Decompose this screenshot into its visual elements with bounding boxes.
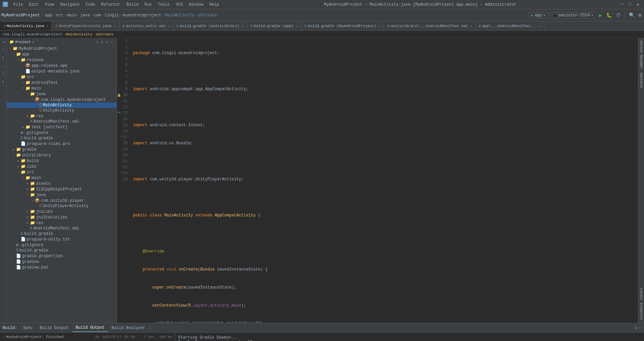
toolbar-path-src[interactable]: src	[56, 13, 63, 18]
tree-java-unity[interactable]: ▾ 📁 java	[7, 192, 117, 198]
tree-src-unity[interactable]: ▾ 📁 src	[7, 169, 117, 175]
tree-libs-unity[interactable]: ▶ 📁 libs	[7, 164, 117, 169]
toolbar-active-class[interactable]: MainActivity	[165, 13, 194, 18]
maximize-btn[interactable]: □	[627, 2, 633, 7]
tab-androidmanifest-unity-close[interactable]: ✕	[470, 24, 472, 28]
toolbar-path-com[interactable]: com	[94, 13, 101, 18]
tree-res-unity[interactable]: ▶ 📁 res	[7, 220, 117, 226]
toolbar-path-main[interactable]: main	[67, 13, 76, 18]
tab-sync[interactable]: Sync	[20, 324, 36, 332]
toolbar-path-lingli[interactable]: lingli	[105, 13, 119, 18]
tab-activity-unity-close[interactable]: ✕	[168, 24, 170, 28]
left-strip-favorites[interactable]: ★	[1, 63, 6, 69]
tab-build-analyzer-close[interactable]: ✕	[149, 327, 151, 330]
toolbar-path-myandroid[interactable]: myandroidproject	[123, 13, 161, 18]
tree-il2cpp-unity[interactable]: ▶ 📁 Il2CppOutputProject	[7, 186, 117, 192]
project-header-dropdown[interactable]: ▾	[32, 40, 34, 44]
toolbar-path-app[interactable]: app	[45, 13, 52, 18]
tab-build-gradle-unity[interactable]: G build.gradle (unityLibrary) ✕	[173, 22, 247, 30]
tree-jnistaticlibs-unity[interactable]: ▶ 📁 jniStaticLibs	[7, 214, 117, 220]
menu-navigate[interactable]: Navigate	[57, 2, 82, 8]
tree-output-metadata[interactable]: 📄 output-metadata.json	[7, 68, 117, 74]
tree-java-app[interactable]: ▾ 📁 java	[7, 91, 117, 97]
tab-build-gradle-unity-close[interactable]: ✕	[241, 24, 244, 28]
tab-build-gradle-app[interactable]: G build.gradle (app) ✕	[247, 22, 301, 30]
toolbar-active-method[interactable]: onCreate	[198, 13, 217, 18]
menu-view[interactable]: View	[42, 2, 57, 8]
tree-build-gradle-app-tree[interactable]: G build.gradle	[7, 136, 117, 141]
tree-androidmanifest-unity[interactable]: X AndroidManifest.xml	[7, 226, 117, 231]
tree-gitignore-root[interactable]: ⚙ .gitignore	[7, 242, 117, 248]
right-layout-inspector[interactable]: Layout Inspector	[639, 287, 644, 322]
left-strip-resource[interactable]: R	[1, 55, 6, 61]
tree-package-unity[interactable]: ▾ 📦 com.unity3d.player	[7, 198, 117, 203]
menu-window[interactable]: Window	[186, 2, 206, 8]
tree-main-app[interactable]: ▾ 📁 main	[7, 86, 117, 91]
tab-build-analyzer[interactable]: Build Analyzer ✕	[108, 324, 154, 332]
tree-proguard-unity[interactable]: 📄 proguard-unity.txt	[7, 236, 117, 242]
debug-button[interactable]: 🐛	[605, 12, 613, 19]
bottom-settings-icon[interactable]: ⚙	[634, 325, 637, 331]
tree-unityactivity[interactable]: C UnityActivity	[7, 108, 117, 113]
tree-androidmanifest-app[interactable]: X AndroidManifest.xml	[7, 119, 117, 124]
menu-edit[interactable]: Edit	[26, 2, 41, 8]
bottom-close-icon[interactable]: ✕	[639, 325, 641, 331]
tree-mainactivity[interactable]: C MainActivity	[7, 103, 117, 108]
tree-res-app[interactable]: ▶ 📁 res	[7, 113, 117, 119]
tab-unityplayer[interactable]: J UnityPlayerActivity.java ✕	[52, 22, 119, 30]
tab-build[interactable]: Build Output	[36, 324, 72, 332]
tree-build-unity[interactable]: ▶ 📁 build	[7, 158, 117, 164]
tree-proguard-app[interactable]: 📄 proguard-rules.pro	[7, 141, 117, 147]
tree-jnilibs-unity[interactable]: ▶ 📁 jniLibs	[7, 209, 117, 214]
device-selector[interactable]: 📱 emulator-5554 ▾	[549, 12, 596, 19]
tree-app-release-apk[interactable]: 📦 app-release.apk	[7, 63, 117, 68]
header-close-icon[interactable]: ✕	[110, 39, 114, 44]
menu-refactor[interactable]: Refactor	[99, 2, 123, 8]
tree-build-gradle-unity-tree[interactable]: G build.gradle	[7, 231, 117, 236]
tree-androidtest[interactable]: ▾ 📁 androidTest	[7, 80, 117, 86]
left-strip-structure[interactable]: S	[1, 71, 6, 77]
tab-mainactivity-close[interactable]: ✕	[46, 24, 48, 28]
tree-gradlew[interactable]: 📄 gradlew	[7, 259, 117, 265]
tree-release[interactable]: ▾ 📁 release	[7, 57, 117, 63]
tab-build-gradle-proj-close[interactable]: ✕	[378, 24, 380, 28]
tree-src-app[interactable]: ▾ 📁 src	[7, 74, 117, 80]
breadcrumb-class[interactable]: MainActivity	[66, 32, 92, 36]
tab-build-output[interactable]: Build Output	[72, 324, 108, 332]
tab-build-gradle-app-close[interactable]: ✕	[296, 24, 298, 28]
tree-build-gradle-root[interactable]: G build.gradle	[7, 248, 117, 253]
header-collapse-icon[interactable]: ⊟	[100, 39, 104, 44]
tree-gradlew-bat[interactable]: 📄 gradlew.bat	[7, 265, 117, 270]
left-strip-build-variants[interactable]: B	[1, 79, 6, 85]
tab-activity-unity[interactable]: X activity_unity.xml ✕	[119, 22, 173, 30]
toolbar-path-java[interactable]: java	[80, 13, 90, 18]
code-content[interactable]: package com.lingli.myandroidproject; imp…	[130, 38, 638, 323]
tab-androidmanifest-app[interactable]: X app\...AndroidManifest... ✕	[476, 22, 545, 30]
tree-myandroidproject[interactable]: ▾ 📁 MyAndroidProject	[7, 46, 117, 51]
code-view[interactable]: 1 2 3 4 5 6 7 8 9 🔒 10 11 12 ▶	[117, 38, 638, 323]
build-item-root[interactable]: ✓ MyAndroidProject: finished At 2023/8/1…	[1, 334, 174, 340]
toolbar-settings-btn[interactable]: ⚙	[637, 12, 643, 19]
menu-run[interactable]: Run	[142, 2, 154, 8]
toolbar-search-btn[interactable]: 🔍	[628, 12, 636, 19]
tree-test-app[interactable]: ▶ 📁 test [unitTest]	[7, 124, 117, 130]
menu-vcs[interactable]: VCS	[173, 2, 186, 8]
tree-unitylibrary[interactable]: ▾ 📁 unityLibrary	[7, 152, 117, 158]
tree-package-lingli[interactable]: ▾ 📦 com.lingli.myandroidproject	[7, 97, 117, 103]
tree-gitignore-app[interactable]: ⚙ .gitignore	[7, 130, 117, 136]
tab-unityplayer-close[interactable]: ✕	[114, 24, 116, 28]
minimize-btn[interactable]: ─	[619, 2, 625, 7]
tree-unityplayeractivity[interactable]: C UnityPlayerActivity	[7, 203, 117, 209]
right-emulator[interactable]: Emulator	[639, 71, 644, 90]
breadcrumb-method[interactable]: onCreate	[96, 32, 114, 36]
menu-build[interactable]: Build	[124, 2, 141, 8]
close-btn[interactable]: ✕	[635, 2, 641, 7]
tree-app[interactable]: ▾ 📁 app	[7, 51, 117, 57]
menu-help[interactable]: Help	[207, 2, 222, 8]
right-device-manager[interactable]: Device Manager	[639, 39, 644, 70]
tree-assets-unity[interactable]: ▶ 📁 assets	[7, 181, 117, 186]
tab-androidmanifest-unity[interactable]: X unityLibrary\...AndroidManifest.xml ✕	[384, 22, 475, 30]
tab-mainactivity[interactable]: J MainActivity.java ✕	[0, 22, 52, 30]
tree-gradle-folder[interactable]: ▶ 📁 gradle	[7, 147, 117, 152]
menu-code[interactable]: Code	[83, 2, 98, 8]
